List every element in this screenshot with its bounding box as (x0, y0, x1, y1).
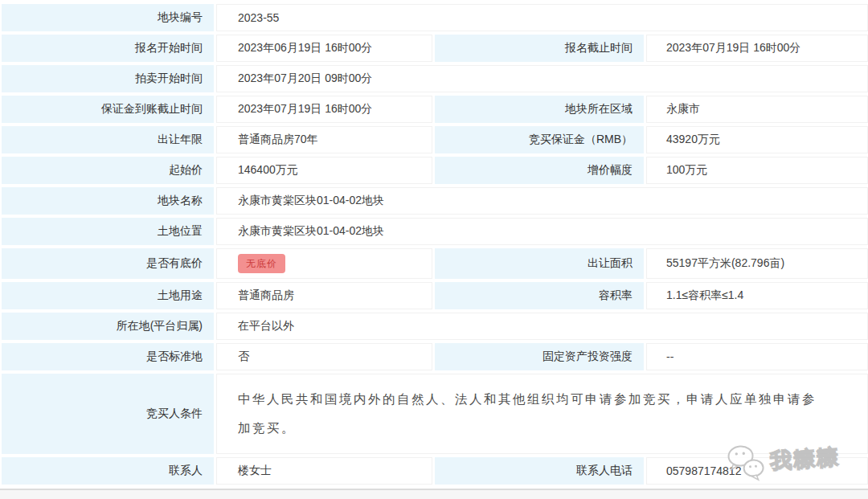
no-reserve-price-badge: 无底价 (238, 254, 285, 273)
field-value: 永康市黄棠区块01-04-02地块 (216, 187, 868, 215)
bidder-conditions-text: 中华人民共和国境内外的自然人、法人和其他组织均可申请参加竞买，申请人应单独申请参… (238, 385, 867, 443)
field-label: 出让面积 (435, 248, 644, 279)
field-value: 在平台以外 (216, 313, 868, 340)
field-value: 43920万元 (646, 126, 868, 153)
field-value: 2023年07月19日 16时00分 (646, 35, 868, 62)
field-label: 是否标准地 (2, 343, 214, 370)
field-label: 地块所在区域 (435, 96, 644, 123)
field-label: 竞买保证金（RMB） (435, 126, 644, 153)
field-label: 地块名称 (2, 187, 214, 215)
field-value: 中华人民共和国境内外的自然人、法人和其他组织均可申请参加竞买，申请人应单独申请参… (216, 374, 868, 454)
field-value: 057987174812 (646, 457, 868, 485)
table-row-plot-number: 地块编号 2023-55 (2, 4, 868, 31)
field-value: 楼女士 (216, 457, 432, 485)
field-value: 普通商品房 (216, 282, 432, 309)
field-value: 2023年07月20日 09时00分 (216, 65, 868, 92)
field-label: 联系人 (2, 457, 214, 485)
field-label: 报名截止时间 (435, 35, 644, 62)
field-label: 竞买人条件 (2, 374, 214, 454)
field-label: 联系人电话 (435, 457, 644, 485)
table-row-platform-affiliation: 所在地(平台归属) 在平台以外 (2, 313, 868, 340)
field-label: 保证金到账截止时间 (2, 96, 214, 123)
field-label: 土地用途 (2, 282, 214, 309)
field-value: 永康市 (646, 96, 868, 123)
field-label: 出让年限 (2, 126, 214, 153)
field-value: 永康市黄棠区块01-04-02地块 (216, 218, 868, 245)
field-label: 容积率 (435, 282, 644, 309)
field-value: 2023年07月19日 16时00分 (216, 96, 432, 123)
field-label: 起始价 (2, 157, 214, 184)
field-value: 146400万元 (216, 157, 432, 184)
field-value: 100万元 (646, 157, 868, 184)
table-row-tenure-deposit: 出让年限 普通商品房70年 竞买保证金（RMB） 43920万元 (2, 126, 868, 153)
field-value: 否 (216, 343, 432, 370)
field-label: 土地位置 (2, 218, 214, 245)
table-row-deposit-deadline-region: 保证金到账截止时间 2023年07月19日 16时00分 地块所在区域 永康市 (2, 96, 868, 123)
field-value: -- (646, 343, 868, 370)
field-label: 报名开始时间 (2, 35, 214, 62)
field-label: 拍卖开始时间 (2, 65, 214, 92)
table-row-reserve-price-area: 是否有底价 无底价 出让面积 55197平方米(82.796亩) (2, 248, 868, 279)
page-bottom-strip (0, 489, 868, 499)
field-label: 固定资产投资强度 (435, 343, 644, 370)
table-row-contact: 联系人 楼女士 联系人电话 057987174812 (2, 457, 868, 485)
table-row-auction-start: 拍卖开始时间 2023年07月20日 09时00分 (2, 65, 868, 92)
table-row-land-use-plot-ratio: 土地用途 普通商品房 容积率 1.1≤容积率≤1.4 (2, 282, 868, 309)
land-info-table: 地块编号 2023-55 报名开始时间 2023年06月19日 16时00分 报… (2, 4, 868, 488)
field-value: 55197平方米(82.796亩) (646, 248, 868, 279)
table-row-standard-land-investment: 是否标准地 否 固定资产投资强度 -- (2, 343, 868, 370)
field-value: 1.1≤容积率≤1.4 (646, 282, 868, 309)
field-value: 无底价 (216, 248, 432, 279)
field-value: 普通商品房70年 (216, 126, 432, 153)
field-label: 所在地(平台归属) (2, 313, 214, 340)
table-row-land-location: 土地位置 永康市黄棠区块01-04-02地块 (2, 218, 868, 245)
table-row-plot-name: 地块名称 永康市黄棠区块01-04-02地块 (2, 187, 868, 215)
table-row-price-increment: 起始价 146400万元 增价幅度 100万元 (2, 157, 868, 184)
field-value: 2023-55 (216, 4, 868, 31)
field-label: 地块编号 (2, 4, 214, 31)
table-row-registration-times: 报名开始时间 2023年06月19日 16时00分 报名截止时间 2023年07… (2, 35, 868, 62)
field-label: 增价幅度 (435, 157, 644, 184)
field-value: 2023年06月19日 16时00分 (216, 35, 432, 62)
field-label: 是否有底价 (2, 248, 214, 279)
table-row-bidder-conditions: 竞买人条件 中华人民共和国境内外的自然人、法人和其他组织均可申请参加竞买，申请人… (2, 374, 868, 454)
